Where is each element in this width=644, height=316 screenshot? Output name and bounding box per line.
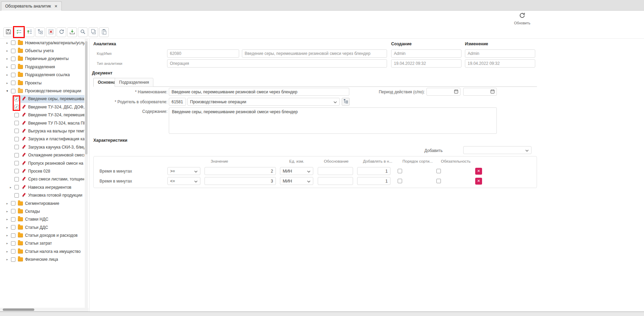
tab-close-icon[interactable]: ✕ (55, 4, 58, 9)
tree-item-operation[interactable]: Упаковка готовой продукции (3, 191, 84, 199)
tree-item-folder[interactable]: ▸Ставки НДС (3, 215, 84, 223)
modified-at-field[interactable] (465, 59, 535, 68)
justification-field[interactable] (318, 167, 353, 175)
sort-order-checkbox[interactable] (398, 179, 402, 183)
tree-item-operation[interactable]: Введение ТУ-324, перемешиван (3, 111, 84, 119)
period-to-field[interactable] (463, 88, 497, 96)
tree-item-folder[interactable]: ▸Подразделения (3, 63, 84, 71)
tree-item-operation[interactable]: Введение ТУ П-324, масла ПН-6 (3, 119, 84, 127)
unit-select[interactable]: МИН (280, 167, 313, 175)
name-field[interactable] (242, 49, 387, 58)
tree-item-checkbox[interactable] (14, 121, 19, 125)
expand-arrow-icon[interactable]: ▸ (5, 250, 10, 253)
expand-arrow-icon[interactable]: ▸ (5, 65, 10, 69)
tree-item-checkbox[interactable] (11, 49, 15, 53)
tab-subdivisions[interactable]: Подразделения (115, 78, 153, 87)
add-characteristic-select[interactable] (463, 146, 531, 154)
created-by-field[interactable] (391, 49, 461, 58)
expand-arrow-icon[interactable]: ▸ (5, 234, 10, 237)
tree-item-checkbox[interactable] (11, 209, 15, 213)
parent-code-field[interactable] (169, 98, 186, 106)
add-to-field[interactable] (357, 167, 390, 175)
tree-item-checkbox[interactable] (14, 137, 19, 141)
tree-horizontal-scrollbar[interactable] (0, 308, 89, 312)
tree-item-checkbox[interactable] (11, 57, 15, 61)
tree-item-checkbox[interactable] (11, 257, 15, 262)
modified-by-field[interactable] (465, 49, 535, 58)
unit-select[interactable]: МИН (280, 177, 313, 185)
tree-item-checkbox[interactable] (14, 193, 19, 198)
tree-item-folder[interactable]: ▸Статьи затрат (3, 239, 84, 247)
expand-arrow-icon[interactable]: ▸ (5, 73, 10, 77)
excel-export-button[interactable] (46, 27, 56, 37)
copy-button[interactable] (89, 27, 98, 37)
required-checkbox[interactable] (436, 169, 441, 173)
tree-item-checkbox[interactable]: ✓ (14, 97, 19, 101)
operator-select[interactable]: >= (167, 167, 200, 175)
tree-item-checkbox[interactable] (11, 81, 15, 85)
tree-item-folder[interactable]: ▸Проекты (3, 79, 84, 87)
expand-arrow-icon[interactable]: ▸ (5, 258, 10, 261)
tree-item-operation[interactable]: Загрузка и пластификация кауч (3, 135, 84, 143)
doc-name-field[interactable] (169, 88, 349, 96)
tree-item-checkbox[interactable] (11, 233, 15, 238)
expand-arrow-icon[interactable]: ▸ (5, 81, 10, 85)
tab-analytics-browser[interactable]: Обозреватель аналитик ✕ (1, 1, 62, 11)
expand-arrow-icon[interactable]: ▸ (5, 41, 10, 45)
value-field[interactable] (204, 167, 276, 175)
tree-item-checkbox[interactable] (14, 169, 19, 173)
tree-item-folder[interactable]: ▸Статьи ДДС (3, 223, 84, 231)
justification-field[interactable] (318, 177, 353, 185)
tree-item-checkbox[interactable] (14, 129, 19, 133)
expand-arrow-icon[interactable]: ▸ (8, 186, 13, 189)
tree-item-folder[interactable]: ▸Физические лица (3, 256, 84, 264)
tree-item-folder[interactable]: ▸Склады (3, 207, 84, 215)
tree-item-checkbox[interactable] (14, 185, 19, 189)
tree-vertical-scrollbar[interactable] (85, 39, 88, 308)
tree-item-folder[interactable]: ▸Сегментирование (3, 199, 84, 207)
import-button[interactable] (67, 27, 77, 37)
code-field[interactable] (167, 49, 239, 58)
check-list-button[interactable] (14, 27, 24, 37)
created-at-field[interactable] (391, 59, 461, 68)
save-button[interactable] (3, 27, 13, 37)
tree-item-checkbox[interactable]: ✓ (14, 105, 19, 109)
tree-vertical-scrollbar-thumb[interactable] (85, 41, 87, 154)
expand-arrow-icon[interactable]: ▸ (5, 242, 10, 245)
tree-horizontal-scrollbar-thumb[interactable] (3, 308, 34, 311)
tree-item-checkbox[interactable] (14, 145, 19, 149)
analytics-type-field[interactable] (167, 59, 387, 68)
tree-item-operation[interactable]: Загрузка каучука СКИ-3, б/ведр (3, 143, 84, 151)
value-field[interactable] (204, 177, 276, 185)
tree-item-folder[interactable]: ▸Первичные документы (3, 55, 84, 63)
tree-item-operation-group[interactable]: ▸Навеска ингредиентов (3, 183, 84, 191)
tree-item-operation[interactable]: Просев 028 (3, 167, 84, 175)
tree-item-checkbox[interactable] (11, 249, 15, 254)
content-textarea[interactable]: Введение серы, перемешивание резиновой с… (169, 107, 497, 134)
tree-item-folder-expanded[interactable]: ▾Производственные операции (3, 87, 84, 95)
expand-arrow-icon[interactable]: ▸ (5, 210, 10, 213)
tree-item-checkbox[interactable] (11, 40, 15, 45)
add-to-field[interactable] (357, 177, 390, 185)
tree-view-button[interactable] (35, 27, 45, 37)
tree-item-checkbox[interactable] (11, 241, 15, 246)
tree-item-folder[interactable]: ▸Статьи налога на имущество (3, 247, 84, 255)
refresh-button[interactable]: Обновить (512, 12, 532, 25)
collapse-arrow-icon[interactable]: ▾ (5, 89, 10, 93)
expand-arrow-icon[interactable]: ▸ (5, 202, 10, 205)
required-checkbox[interactable] (436, 179, 441, 183)
search-button[interactable] (78, 27, 87, 37)
tree-item-checkbox[interactable] (14, 161, 19, 165)
tree-item-checkbox[interactable] (11, 73, 15, 77)
expand-arrow-icon[interactable]: ▸ (5, 226, 10, 229)
expand-arrow-icon[interactable]: ▸ (5, 218, 10, 221)
tree-item-checkbox[interactable] (11, 217, 15, 222)
delete-row-button[interactable]: ✕ (475, 178, 482, 185)
operator-select[interactable]: <= (167, 177, 200, 185)
tree-item-operation[interactable]: Выгрузка на вальцы при темпе (3, 127, 84, 135)
expand-arrow-icon[interactable]: ▸ (5, 49, 10, 52)
tree-item-operation[interactable]: Охлаждение резиновой смеси н (3, 151, 84, 159)
tree-item-checkbox[interactable] (14, 153, 19, 157)
tree-item-folder[interactable]: ▸Статьи доходов и расходов (3, 231, 84, 239)
tree-item-checkbox[interactable] (11, 201, 15, 206)
